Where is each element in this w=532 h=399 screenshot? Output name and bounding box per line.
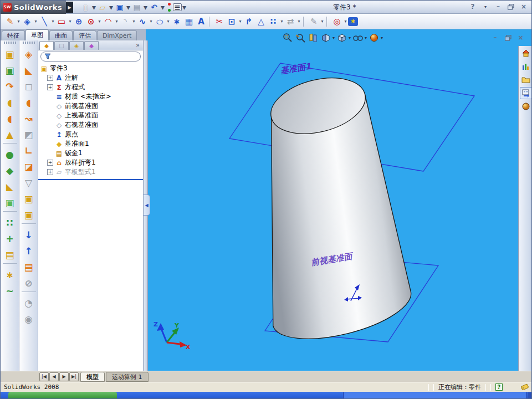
- minimize-button[interactable]: –: [493, 2, 504, 11]
- smart-dimension-dropdown[interactable]: ▾: [33, 15, 38, 28]
- toolbar-separator[interactable]: [3, 211, 17, 214]
- centerpoint-arc-button[interactable]: ◠: [102, 15, 114, 28]
- separator[interactable]: [209, 17, 212, 27]
- rectangle-dropdown[interactable]: ▾: [68, 15, 73, 28]
- previous-view-button[interactable]: [306, 32, 319, 43]
- tab-surfaces[interactable]: 曲面: [49, 30, 73, 40]
- solidworks-resources-button[interactable]: [520, 47, 532, 59]
- motion-study-tab[interactable]: 运动算例 1: [106, 372, 149, 382]
- tree-item-origin[interactable]: ↥ 原点: [38, 130, 143, 139]
- separator[interactable]: [303, 17, 306, 27]
- circle-button[interactable]: ⊙: [85, 15, 97, 28]
- tree-item-equations[interactable]: + Σ 方程式: [38, 83, 143, 92]
- toolbar-separator[interactable]: [22, 291, 36, 294]
- tree-item-top-plane[interactable]: ◇ 上视基准面: [38, 111, 143, 120]
- tag-icon[interactable]: [520, 383, 529, 391]
- taskbar-window-button[interactable]: [343, 392, 527, 399]
- no-bends-button[interactable]: ⊘: [21, 275, 37, 291]
- rip-button[interactable]: ◔: [21, 295, 37, 311]
- options-button[interactable]: ≡: [173, 3, 182, 11]
- revolved-boss-button[interactable]: ▣: [2, 62, 18, 78]
- rectangle-button[interactable]: ▭: [55, 15, 68, 28]
- tab-dimxpert[interactable]: DimXpert: [97, 30, 137, 40]
- dome-button[interactable]: ▲: [2, 126, 18, 142]
- open-button[interactable]: ▱: [96, 1, 109, 14]
- convert-dropdown[interactable]: ▾: [238, 15, 243, 28]
- move-dropdown[interactable]: ▾: [296, 15, 301, 28]
- extruded-boss-button[interactable]: ▣: [2, 46, 18, 62]
- circle-dropdown[interactable]: ▾: [97, 15, 102, 28]
- options-dropdown[interactable]: ▾: [182, 1, 187, 14]
- ellipse-button[interactable]: ○: [152, 16, 167, 27]
- tab-evaluate[interactable]: 评估: [73, 30, 96, 40]
- dimxpertmanager-tab[interactable]: ◆: [84, 41, 99, 50]
- tree-item-sheet-metal1[interactable]: ▤ 钣金1: [38, 149, 143, 158]
- sketched-bend-button[interactable]: ∟: [21, 142, 37, 158]
- ellipse-dropdown[interactable]: ▾: [166, 15, 171, 28]
- text-button[interactable]: A: [195, 15, 207, 28]
- curves-button[interactable]: ~: [2, 283, 18, 299]
- lofted-boss-button[interactable]: ◖: [2, 94, 18, 110]
- boundary-boss-button[interactable]: ◖: [2, 110, 18, 126]
- open-dropdown[interactable]: ▾: [109, 1, 114, 14]
- tree-item-annotations[interactable]: + A 注解: [38, 73, 143, 83]
- filter-input[interactable]: [53, 53, 137, 60]
- relations-dropdown[interactable]: ▾: [320, 15, 325, 28]
- quick-snaps-button[interactable]: ◎: [331, 15, 343, 28]
- tab-sketch[interactable]: 草图: [25, 29, 49, 40]
- offset-entities-button[interactable]: ↱: [243, 15, 255, 28]
- point-button[interactable]: ∗: [171, 15, 183, 28]
- save-button[interactable]: ▣: [114, 1, 126, 14]
- lofted-bend-button[interactable]: ◻: [21, 78, 37, 94]
- hide-show-items-button[interactable]: [351, 32, 364, 43]
- first-button[interactable]: |◀: [39, 372, 49, 381]
- appearances-button[interactable]: [367, 32, 380, 43]
- mirror-feature-button[interactable]: ▤: [2, 247, 18, 263]
- toolbar-grip[interactable]: [23, 42, 35, 44]
- plane1-label[interactable]: 基准面1: [280, 62, 312, 76]
- filter-box[interactable]: [40, 52, 141, 62]
- quick-snaps-dropdown[interactable]: ▾: [343, 15, 348, 28]
- linear-pattern-button[interactable]: ∷: [2, 214, 18, 231]
- rapid-sketch-button[interactable]: ∗: [348, 17, 358, 26]
- break-corner-button[interactable]: ▽: [21, 175, 37, 191]
- closed-corner-button[interactable]: ◪: [21, 158, 37, 175]
- zoom-to-area-button[interactable]: [294, 32, 306, 43]
- flatten-button[interactable]: ▤: [21, 259, 37, 275]
- close-button[interactable]: ×: [518, 2, 529, 11]
- next-button[interactable]: ▶: [59, 372, 69, 381]
- hide-show-dropdown[interactable]: ▾: [365, 35, 367, 40]
- smart-dimension-button[interactable]: ◈: [21, 15, 33, 28]
- panel-overflow-chevron[interactable]: »: [136, 42, 140, 49]
- line-button[interactable]: ╲: [38, 15, 50, 28]
- menu-expand-arrow-icon[interactable]: ▶: [66, 2, 73, 13]
- last-button[interactable]: ▶|: [69, 372, 79, 381]
- toolbar-grip[interactable]: [4, 42, 16, 44]
- circular-pattern-button[interactable]: +: [2, 231, 18, 247]
- view-orientation-dropdown[interactable]: ▾: [349, 35, 351, 40]
- featuremanager-tab[interactable]: ◆: [39, 41, 54, 50]
- shell-button[interactable]: ▣: [2, 195, 18, 211]
- extruded-cut-button[interactable]: ▣: [21, 191, 37, 207]
- panel-collapse-tab[interactable]: ◀: [144, 195, 150, 216]
- base-flange-button[interactable]: ◈: [21, 46, 37, 62]
- separator[interactable]: [326, 17, 329, 27]
- doc-minimize-button[interactable]: –: [490, 34, 500, 42]
- tree-item-lofted-bend1[interactable]: + ⌂ 放样折弯1: [38, 158, 143, 167]
- sketch-dropdown[interactable]: ▾: [16, 15, 21, 28]
- line-dropdown[interactable]: ▾: [50, 15, 55, 28]
- new-document-button[interactable]: ▯: [79, 1, 91, 14]
- restore-button[interactable]: [505, 2, 516, 11]
- design-library-button[interactable]: [520, 60, 532, 73]
- tree-item-plane1[interactable]: ◆ 基准面1: [38, 139, 143, 149]
- move-entities-button[interactable]: ⇄: [284, 15, 296, 28]
- swept-boss-button[interactable]: ↷: [2, 78, 18, 94]
- tree-item-front-plane[interactable]: ◇ 前视基准面: [38, 101, 143, 111]
- configurationmanager-tab[interactable]: ◈: [69, 41, 84, 50]
- undo-dropdown[interactable]: ▾: [160, 1, 165, 14]
- mirror-entities-button[interactable]: △: [255, 15, 267, 28]
- tree-item-flat-pattern1[interactable]: + ▱ 平板型式1: [38, 167, 143, 177]
- jog-button[interactable]: ↝: [21, 110, 37, 126]
- fold-button[interactable]: ↑: [21, 243, 37, 259]
- doc-restore-button[interactable]: [503, 34, 513, 42]
